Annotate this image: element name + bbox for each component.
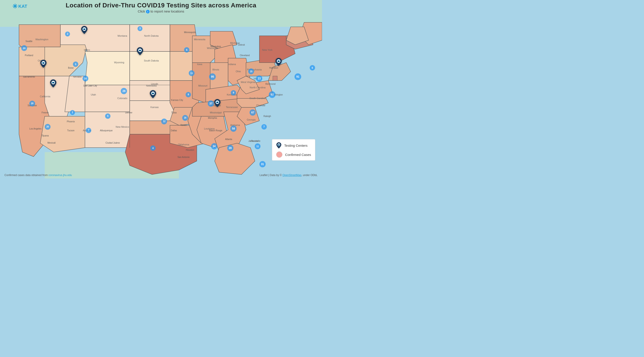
bubble-b5: 20 [29, 101, 35, 106]
bubble-b13: 8 [186, 92, 191, 97]
state-label-montana: Montana [118, 34, 127, 37]
bubble-b7: 2 [70, 110, 75, 115]
pin-p7[interactable] [276, 58, 282, 67]
bubble-b16: 6 [184, 47, 190, 52]
state-label-ga: Georgia [247, 118, 256, 121]
city-label-raleigh: Raleigh [264, 115, 271, 117]
city-label-houston: Houston [186, 149, 194, 151]
attribution: Confirmed cases data obtained from coron… [4, 174, 72, 177]
state-label-ms: Mississippi [210, 111, 222, 114]
city-label-jacksonville: Jacksonville [248, 140, 260, 142]
city-label-memphis: Memphis [208, 116, 217, 119]
state-label-nd: North Dakota [144, 34, 158, 37]
city-label-tucson: Tucson [67, 129, 74, 132]
pin-p4[interactable] [137, 47, 143, 56]
city-label-fresno: Fresno [42, 111, 48, 114]
city-label-tijuana: Tijuana [41, 134, 48, 137]
city-label-denver: Denver [125, 111, 132, 114]
state-label-sc: South Carolina [250, 97, 266, 100]
svg-point-60 [43, 62, 44, 64]
pin-p2[interactable] [40, 60, 46, 69]
svg-point-69 [152, 93, 154, 94]
legend: Testing Centers Confirmed Cases [272, 139, 315, 160]
bubble-b10: 26 [121, 88, 127, 94]
state-label-washington: Washington [35, 38, 48, 41]
state-label-wyoming: Wyoming [114, 61, 124, 64]
city-label-tulsa: Tulsa [171, 111, 177, 114]
legend-circle-icon [276, 152, 282, 158]
city-label-richmond: Richmond [266, 83, 276, 85]
attribution-text: Confirmed cases data obtained from [4, 174, 48, 177]
state-label-ok: Oklahoma [178, 143, 189, 146]
state-label-ny: New York [262, 48, 272, 51]
attribution-right: Leaflet | Data by © OpenStreetMap, under… [260, 174, 318, 177]
state-label-ks: Kansas [150, 106, 159, 108]
svg-rect-50 [273, 76, 277, 80]
state-label-idaho: Idaho [84, 48, 90, 51]
city-label-kansascity: Kansas City [171, 99, 183, 101]
svg-point-72 [217, 102, 218, 103]
svg-point-78 [278, 144, 280, 146]
svg-marker-12 [85, 52, 130, 85]
bubble-b3: 5 [73, 62, 78, 67]
map-container: ✳ KAT Location of Drive-Thru COVID19 Tes… [0, 0, 322, 178]
svg-marker-18 [130, 52, 170, 80]
attribution-right-text: Leaflet | Data by © OpenStreetMap, under… [260, 174, 318, 177]
bubble-b4: 19 [82, 76, 88, 82]
bubble-b29: 11 [255, 144, 260, 149]
city-label-phoenix: Phoenix [67, 120, 75, 122]
bubble-b1: 24 [21, 45, 27, 51]
pin-p5[interactable] [150, 90, 156, 99]
logo: ✳ KAT [12, 3, 27, 10]
bubble-b22: 58 [230, 126, 236, 132]
city-label-sanantonio: San Antonio [178, 156, 190, 158]
bubble-b26: 93 [269, 91, 276, 98]
city-label-detroit: Detroit [238, 44, 245, 46]
city-label-cleveland: Cleveland [240, 54, 250, 56]
city-label-minneapolis: Minneapolis [184, 31, 196, 33]
pin-p6[interactable] [214, 99, 220, 108]
pin-p3[interactable] [50, 80, 56, 88]
state-label-utah: Utah [91, 93, 96, 96]
state-label-tn: Tennessee [226, 106, 238, 108]
state-label-nevada: Nevada [73, 76, 82, 78]
city-label-mexicali: Mexicali [48, 142, 56, 144]
bubble-b30: 31 [260, 161, 266, 167]
logo-star-icon: ✳ [12, 3, 18, 10]
state-label-wv: West Virginia [241, 81, 255, 84]
city-label-portland: Portland [25, 54, 33, 56]
city-label-dallas: Dallas [171, 129, 177, 132]
state-label-nc: North Carolina [250, 86, 266, 89]
legend-item-testing-centers: Testing Centers [276, 142, 311, 149]
city-label-sacramento: Sacramento [23, 76, 35, 78]
state-label-mn: Minnesota [194, 38, 205, 41]
bubble-b18: 95 [209, 73, 216, 80]
bubble-b2: 2 [65, 32, 70, 36]
attribution-link[interactable]: coronavirus.jhu.edu [48, 174, 72, 177]
legend-label-confirmed-cases: Confirmed Cases [285, 153, 311, 156]
pin-p1[interactable] [81, 26, 88, 35]
state-label-oh: Ohio [236, 70, 241, 73]
city-label-hamilton: Hamilton [269, 67, 278, 69]
legend-item-confirmed-cases: Confirmed Cases [276, 152, 311, 158]
svg-point-57 [84, 29, 85, 30]
openstreetmap-link[interactable]: OpenStreetMap [282, 174, 302, 177]
svg-point-75 [278, 60, 279, 62]
bubble-b15: 3 [138, 26, 142, 31]
city-label-batonrouge: Baton Rouge [209, 129, 222, 132]
svg-marker-20 [130, 101, 174, 121]
state-label-nm: New Mexico [116, 126, 129, 128]
svg-point-63 [52, 82, 54, 84]
info-icon[interactable]: i [146, 10, 150, 14]
bubble-b6: 20 [45, 124, 50, 130]
svg-point-66 [139, 50, 141, 51]
bubble-b31: 91 [294, 73, 301, 80]
svg-rect-1 [0, 0, 322, 27]
legend-label-testing-centers: Testing Centers [284, 144, 308, 148]
bubble-b27: 67 [250, 110, 256, 116]
state-label-mo: Missouri [198, 84, 208, 87]
svg-marker-17 [130, 24, 170, 52]
bubble-b25: 23 [256, 76, 262, 82]
city-label-charlotte: Charlotte [256, 104, 266, 106]
city-label-albuquerque: Albuquerque [100, 129, 113, 132]
